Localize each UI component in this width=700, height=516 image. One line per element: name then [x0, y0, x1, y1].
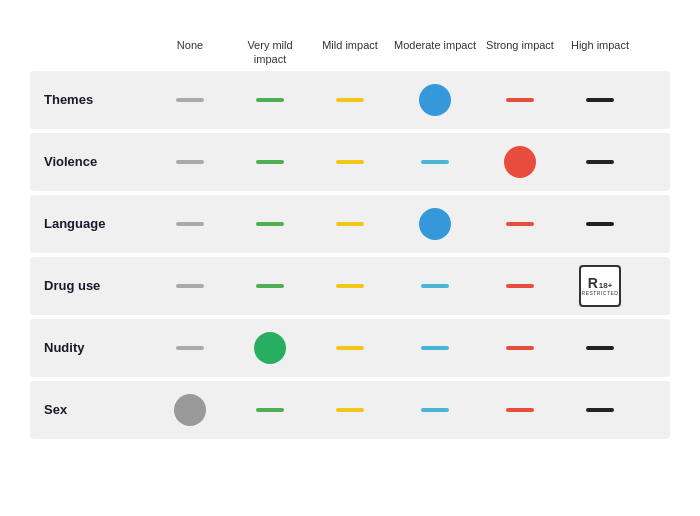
dash-red	[506, 346, 534, 350]
cell-4-2	[310, 346, 390, 350]
cell-5-2	[310, 408, 390, 412]
cell-1-4	[480, 146, 560, 178]
cell-2-2	[310, 222, 390, 226]
dash-gray	[176, 98, 204, 102]
dash-yellow	[336, 284, 364, 288]
cell-0-3	[390, 84, 480, 116]
row-label-0: Themes	[30, 92, 150, 107]
dash-green	[256, 98, 284, 102]
circle-blue	[419, 208, 451, 240]
cell-5-4	[480, 408, 560, 412]
dash-red	[506, 408, 534, 412]
dash-yellow	[336, 98, 364, 102]
dash-yellow	[336, 408, 364, 412]
cell-1-1	[230, 160, 310, 164]
header-cell-2: Very mild impact	[230, 38, 310, 67]
dash-green	[256, 284, 284, 288]
table-row-2: Language	[30, 195, 670, 253]
dash-gray	[176, 346, 204, 350]
cell-1-0	[150, 160, 230, 164]
dash-blue	[421, 408, 449, 412]
cell-1-5	[560, 160, 640, 164]
row-label-4: Nudity	[30, 340, 150, 355]
cell-2-5	[560, 222, 640, 226]
cell-2-0	[150, 222, 230, 226]
cell-0-5	[560, 98, 640, 102]
cell-0-4	[480, 98, 560, 102]
row-label-5: Sex	[30, 402, 150, 417]
cell-4-5	[560, 346, 640, 350]
main-container: NoneVery mild impactMild impactModerate …	[0, 0, 700, 463]
circle-green	[254, 332, 286, 364]
dash-yellow	[336, 222, 364, 226]
dash-black	[586, 346, 614, 350]
circle-blue	[419, 84, 451, 116]
cell-2-4	[480, 222, 560, 226]
header-cell-1: None	[150, 38, 230, 67]
restricted-badge: R 18+ RESTRICTED	[579, 265, 621, 307]
circle-gray	[174, 394, 206, 426]
cell-1-2	[310, 160, 390, 164]
dash-red	[506, 98, 534, 102]
cell-3-1	[230, 284, 310, 288]
cell-3-3	[390, 284, 480, 288]
age-label: 18+	[599, 282, 613, 290]
dash-black	[586, 222, 614, 226]
dash-gray	[176, 160, 204, 164]
table-row-1: Violence	[30, 133, 670, 191]
table-header: NoneVery mild impactMild impactModerate …	[30, 38, 670, 67]
cell-0-2	[310, 98, 390, 102]
cell-1-3	[390, 160, 480, 164]
dash-gray	[176, 284, 204, 288]
restricted-text: RESTRICTED	[582, 291, 619, 296]
dash-gray	[176, 222, 204, 226]
header-cell-0	[30, 38, 150, 67]
cell-5-1	[230, 408, 310, 412]
cell-4-0	[150, 346, 230, 350]
cell-0-1	[230, 98, 310, 102]
header-cell-5: Strong impact	[480, 38, 560, 67]
cell-5-0	[150, 394, 230, 426]
dash-green	[256, 408, 284, 412]
header-cell-3: Mild impact	[310, 38, 390, 67]
dash-yellow	[336, 160, 364, 164]
circle-red	[504, 146, 536, 178]
row-label-2: Language	[30, 216, 150, 231]
cell-4-4	[480, 346, 560, 350]
dash-yellow	[336, 346, 364, 350]
table-row-0: Themes	[30, 71, 670, 129]
cell-0-0	[150, 98, 230, 102]
cell-3-0	[150, 284, 230, 288]
dash-green	[256, 222, 284, 226]
dash-blue	[421, 346, 449, 350]
header-cell-4: Moderate impact	[390, 38, 480, 67]
cell-3-5: R 18+ RESTRICTED	[560, 265, 640, 307]
table-row-3: Drug use R 18+ RESTRICTED	[30, 257, 670, 315]
header-cell-6: High impact	[560, 38, 640, 67]
dash-black	[586, 98, 614, 102]
dash-black	[586, 160, 614, 164]
dash-black	[586, 408, 614, 412]
row-label-1: Violence	[30, 154, 150, 169]
cell-5-3	[390, 408, 480, 412]
row-label-3: Drug use	[30, 278, 150, 293]
dash-blue	[421, 284, 449, 288]
cell-4-1	[230, 332, 310, 364]
cell-2-1	[230, 222, 310, 226]
r-letter: R	[588, 276, 598, 290]
dash-red	[506, 222, 534, 226]
table-row-5: Sex	[30, 381, 670, 439]
cell-2-3	[390, 208, 480, 240]
dash-red	[506, 284, 534, 288]
table-row-4: Nudity	[30, 319, 670, 377]
cell-4-3	[390, 346, 480, 350]
dash-green	[256, 160, 284, 164]
classification-table: NoneVery mild impactMild impactModerate …	[30, 38, 670, 439]
dash-blue	[421, 160, 449, 164]
cell-3-2	[310, 284, 390, 288]
cell-3-4	[480, 284, 560, 288]
cell-5-5	[560, 408, 640, 412]
